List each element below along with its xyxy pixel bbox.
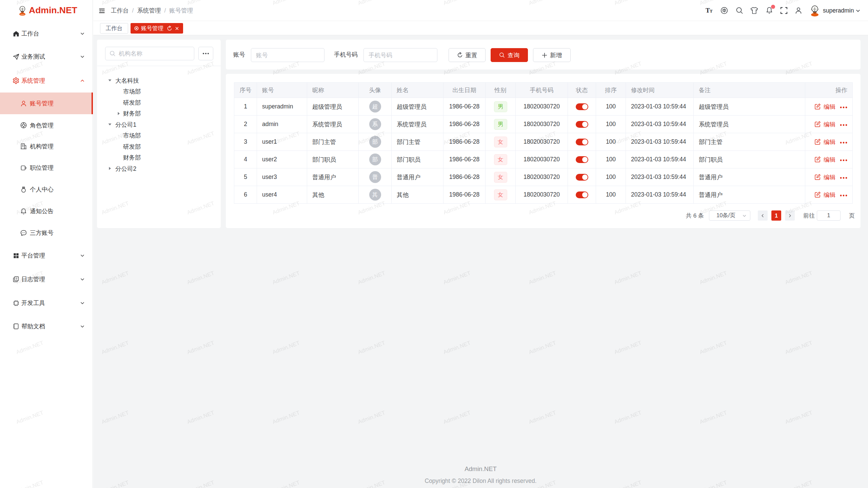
svg-text:T: T	[710, 8, 713, 14]
